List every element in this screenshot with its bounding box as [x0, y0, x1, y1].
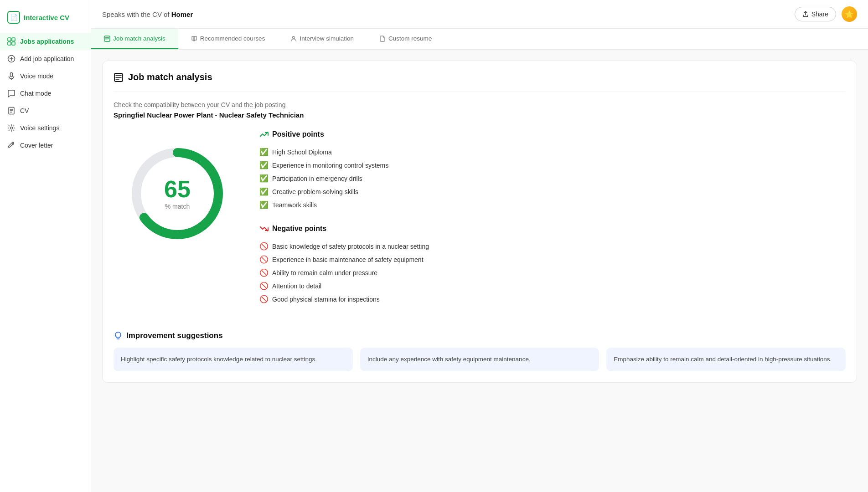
divider: [114, 92, 846, 92]
file-icon: [379, 36, 386, 42]
tab-label-job-match: Job match analysis: [113, 35, 165, 42]
mic-icon: [7, 72, 16, 80]
share-button[interactable]: Share: [795, 7, 836, 21]
tab-recommended-courses[interactable]: Recommended courses: [178, 29, 278, 49]
job-info: Check the compatibility between your CV …: [114, 101, 846, 119]
tab-label-resume: Custom resume: [388, 35, 432, 42]
negative-item: 🚫 Good physical stamina for inspections: [259, 292, 846, 306]
sidebar-label-cover-letter: Cover letter: [20, 142, 53, 149]
negative-heading: Negative points: [259, 224, 846, 233]
positive-items-list: ✅ High School Diploma ✅ Experience in mo…: [259, 145, 846, 211]
sidebar-item-voice-settings[interactable]: Voice settings: [0, 119, 91, 137]
bulb-icon: [114, 331, 123, 340]
sidebar-item-jobs-applications[interactable]: Jobs applications: [0, 33, 91, 50]
tab-job-match-analysis[interactable]: Job match analysis: [91, 29, 178, 49]
negative-item: 🚫 Attention to detail: [259, 279, 846, 292]
suggestion-card-1: Highlight specific safety protocols know…: [114, 348, 353, 371]
check-icon-5: ✅: [259, 200, 269, 209]
sidebar-item-voice-mode[interactable]: Voice mode: [0, 67, 91, 85]
sidebar-item-add-job[interactable]: Add job application: [0, 50, 91, 67]
x-icon-3: 🚫: [259, 268, 269, 277]
share-icon: [802, 11, 809, 17]
negative-item: 🚫 Ability to remain calm under pressure: [259, 266, 846, 279]
trending-down-icon: [259, 224, 269, 233]
svg-rect-0: [8, 38, 11, 41]
sidebar-label-add-job: Add job application: [20, 55, 74, 62]
sidebar-label-cv: CV: [20, 107, 29, 114]
grid-icon: [7, 37, 16, 46]
match-label: % match: [164, 203, 191, 210]
sidebar-label-chat: Chat mode: [20, 90, 51, 97]
positive-heading: Positive points: [259, 130, 846, 139]
section-icon: [114, 72, 124, 82]
plus-circle-icon: [7, 55, 16, 63]
x-icon-5: 🚫: [259, 295, 269, 303]
suggestion-card-3: Emphasize ability to remain calm and det…: [606, 348, 846, 371]
user-name: Homer: [171, 10, 193, 18]
check-icon-1: ✅: [259, 148, 269, 156]
positive-item: ✅ Teamwork skills: [259, 198, 846, 211]
tabs-bar: Job match analysis Recommended courses I…: [91, 29, 868, 50]
improvement-section: Improvement suggestions Highlight specif…: [114, 331, 846, 371]
svg-point-13: [10, 127, 13, 129]
topbar-actions: Share 🌟: [795, 6, 857, 22]
section-header: Job match analysis: [114, 72, 846, 82]
sidebar-item-chat-mode[interactable]: Chat mode: [0, 85, 91, 102]
edit-icon: [7, 141, 16, 149]
check-icon-2: ✅: [259, 161, 269, 169]
negative-items-list: 🚫 Basic knowledge of safety protocols in…: [259, 240, 846, 306]
sidebar: 📄 Interactive CV Jobs applications Add j…: [0, 0, 91, 492]
suggestion-card-2: Include any experience with safety equip…: [360, 348, 599, 371]
positive-points-section: Positive points ✅ High School Diploma ✅ …: [259, 130, 846, 211]
tab-label-courses: Recommended courses: [200, 35, 265, 42]
avatar: 🌟: [842, 6, 857, 22]
sidebar-item-cv[interactable]: CV: [0, 102, 91, 119]
match-donut-chart: 65 % match: [114, 130, 241, 257]
svg-rect-2: [8, 42, 11, 45]
topbar: Speaks with the CV of Homer Share 🌟: [91, 0, 868, 29]
book-icon: [191, 36, 197, 42]
check-icon-3: ✅: [259, 174, 269, 183]
match-percent: 65: [164, 177, 191, 201]
tab-label-interview: Interview simulation: [300, 35, 354, 42]
content-area: Job match analysis Check the compatibili…: [91, 50, 868, 492]
check-icon-4: ✅: [259, 187, 269, 196]
svg-rect-1: [12, 38, 15, 41]
x-icon-2: 🚫: [259, 255, 269, 264]
svg-rect-7: [10, 73, 13, 77]
x-icon-4: 🚫: [259, 282, 269, 290]
logo-icon: 📄: [7, 11, 20, 24]
donut-center: 65 % match: [164, 177, 191, 210]
negative-item: 🚫 Basic knowledge of safety protocols in…: [259, 240, 846, 253]
analysis-body: 65 % match Positive points: [114, 130, 846, 318]
positive-item: ✅ High School Diploma: [259, 145, 846, 159]
sidebar-label-voice-settings: Voice settings: [20, 124, 59, 132]
topbar-title: Speaks with the CV of Homer: [102, 10, 193, 18]
positive-item: ✅ Participation in emergency drills: [259, 172, 846, 185]
negative-item: 🚫 Experience in basic maintenance of saf…: [259, 253, 846, 266]
chat-icon: [7, 89, 16, 97]
tab-custom-resume[interactable]: Custom resume: [367, 29, 444, 49]
points-column: Positive points ✅ High School Diploma ✅ …: [259, 130, 846, 318]
trending-up-icon: [259, 130, 269, 139]
sidebar-label-voice: Voice mode: [20, 72, 53, 80]
sidebar-label-jobs: Jobs applications: [20, 38, 74, 45]
svg-point-19: [293, 36, 295, 39]
main-area: Speaks with the CV of Homer Share 🌟 Job …: [91, 0, 868, 492]
section-title: Job match analysis: [128, 72, 212, 82]
person-icon: [290, 36, 297, 42]
app-logo: 📄 Interactive CV: [0, 7, 91, 33]
doc-icon: [7, 107, 16, 115]
positive-item: ✅ Experience in monitoring control syste…: [259, 159, 846, 172]
app-name: Interactive CV: [24, 14, 69, 21]
negative-points-section: Negative points 🚫 Basic knowledge of saf…: [259, 224, 846, 306]
svg-rect-3: [12, 42, 15, 45]
job-info-sub: Check the compatibility between your CV …: [114, 101, 846, 108]
main-card: Job match analysis Check the compatibili…: [102, 61, 857, 383]
sidebar-item-cover-letter[interactable]: Cover letter: [0, 137, 91, 154]
job-info-title: Springfiel Nuclear Power Plant - Nuclear…: [114, 111, 846, 119]
tab-interview-simulation[interactable]: Interview simulation: [278, 29, 367, 49]
settings-icon: [7, 124, 16, 132]
list-icon: [104, 36, 110, 42]
suggestion-cards: Highlight specific safety protocols know…: [114, 348, 846, 371]
